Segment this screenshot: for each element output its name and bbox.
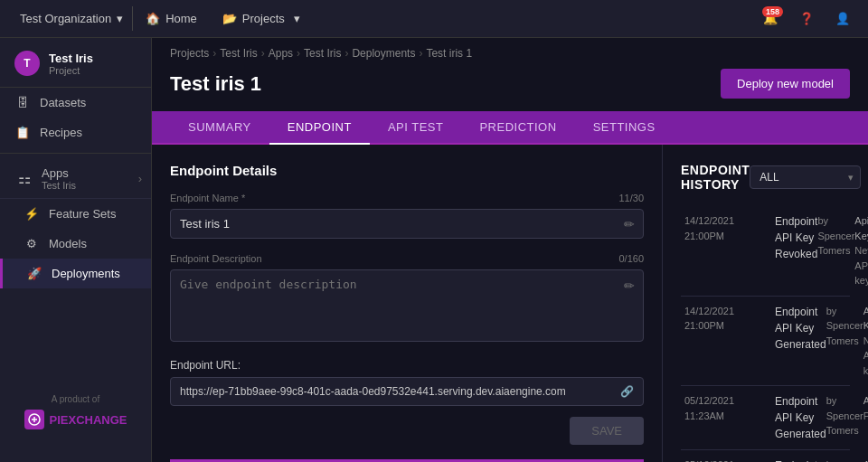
endpoint-details-title: Endpoint Details (170, 163, 644, 178)
endpoint-name-group: Endpoint Name * 11/30 ✏ (170, 193, 644, 239)
endpoint-desc-textarea[interactable] (170, 269, 644, 342)
history-row: 14/12/202121:00PM Endpoint API Key Gener… (681, 297, 850, 387)
page-header: Test iris 1 Deploy new model (152, 69, 868, 111)
notifications-button[interactable]: 🔔 158 (756, 5, 785, 33)
feature-sets-icon: ⚡ (24, 207, 40, 221)
apps-chevron-icon: › (138, 172, 142, 185)
filter-wrapper: ALL API KEY DEPLOYMENT ▾ (750, 165, 861, 189)
main-content: Projects › Test Iris › Apps › Test Iris … (152, 38, 868, 462)
sidebar-item-recipes[interactable]: 📋 Recipes (0, 118, 151, 147)
history-meta-key: Api Key (854, 213, 868, 243)
history-meta-key: Api Key (863, 457, 868, 462)
endpoint-history-header: ENDPOINT HISTORY ALL API KEY DEPLOYMENT … (681, 163, 850, 192)
endpoint-desc-group: Endpoint Description 0/160 ✏ (170, 253, 644, 344)
projects-nav-item[interactable]: 📂 Projects ▾ (210, 6, 313, 31)
endpoint-details-panel: Endpoint Details Endpoint Name * 11/30 ✏… (152, 145, 663, 462)
endpoint-url-value: https://ep-71bb9aee-99c8-401c-aada-0ed97… (180, 385, 566, 398)
endpoint-name-counter: 11/30 (618, 193, 644, 203)
endpoint-name-input[interactable] (170, 209, 644, 239)
project-icon: T (14, 51, 40, 76)
endpoint-name-label: Endpoint Name * 11/30 (170, 193, 644, 203)
history-meta-val: New API key (854, 243, 868, 288)
breadcrumb: Projects › Test Iris › Apps › Test Iris … (152, 38, 868, 69)
history-by: by SpencerTomers (826, 393, 863, 438)
brand-label: PIEXCHANGE (50, 413, 127, 427)
user-menu-button[interactable]: 👤 (828, 5, 857, 33)
sidebar-item-feature-sets[interactable]: ⚡ Feature Sets (0, 199, 151, 229)
edit-desc-icon[interactable]: ✏ (624, 278, 635, 293)
breadcrumb-sep-4: › (344, 47, 348, 60)
sidebar-apps-item[interactable]: ⚏ Apps Test Iris › (0, 159, 151, 199)
datasets-label: Datasets (40, 96, 86, 109)
tab-api-test[interactable]: API TEST (370, 111, 462, 145)
history-by: by SpencerTomers (817, 213, 854, 259)
sidebar: T Test Iris Project 🗄 Datasets 📋 Recipes… (0, 38, 152, 462)
feature-sets-label: Feature Sets (49, 207, 116, 221)
history-event: Endpoint API Key Revoked (775, 213, 817, 262)
folder-icon: 📂 (222, 12, 237, 25)
org-selector[interactable]: Test Organization ▾ (11, 6, 133, 31)
endpoint-url-label: Endpoint URL: (170, 359, 644, 372)
edit-name-icon[interactable]: ✏ (624, 217, 635, 231)
top-nav: Test Organization ▾ 🏠 Home 📂 Projects ▾ … (0, 0, 868, 38)
endpoint-desc-textarea-wrapper: ✏ (170, 269, 644, 344)
history-meta: Api Key Development (863, 457, 868, 462)
org-chevron-icon: ▾ (117, 12, 123, 25)
sidebar-item-deployments[interactable]: 🚀 Deployments (0, 259, 151, 288)
history-row: 05/12/202111:23AM Endpoint API Key Gener… (681, 386, 850, 450)
breadcrumb-projects[interactable]: Projects (170, 47, 209, 60)
tab-settings[interactable]: SETTINGS (575, 111, 674, 145)
datasets-icon: 🗄 (14, 96, 31, 109)
breadcrumb-deployments[interactable]: Deployments (352, 47, 415, 60)
history-meta: Api Key Production (863, 393, 868, 423)
models-label: Models (49, 237, 87, 250)
history-by: by SpencerTomers (826, 457, 863, 462)
history-meta-key: Api Key (863, 304, 868, 334)
history-filter-select[interactable]: ALL API KEY DEPLOYMENT (750, 165, 861, 189)
history-event: Endpoint API Key Generated (775, 393, 826, 442)
sidebar-item-models[interactable]: ⚙ Models (0, 229, 151, 259)
project-type: Project (49, 65, 137, 76)
projects-chevron-icon: ▾ (294, 12, 300, 25)
sidebar-project-header: T Test Iris Project (0, 38, 151, 88)
projects-label: Projects (242, 12, 285, 25)
sidebar-item-datasets[interactable]: 🗄 Datasets (0, 88, 151, 118)
history-row: 14/12/202121:00PM Endpoint API Key Revok… (681, 206, 850, 297)
deploy-new-model-button[interactable]: Deploy new model (721, 69, 850, 99)
breadcrumb-test-iris-1[interactable]: Test Iris (220, 47, 257, 60)
history-meta: Api Key New API key (863, 304, 868, 379)
home-label: Home (165, 12, 197, 25)
history-meta-val: New API key (863, 334, 868, 379)
piexchange-logo: PIEXCHANGE (14, 410, 137, 429)
history-by: by SpencerTomers (826, 304, 863, 349)
content-area: Endpoint Details Endpoint Name * 11/30 ✏… (152, 145, 868, 462)
endpoint-history-title: ENDPOINT HISTORY (681, 163, 750, 192)
copy-url-icon[interactable]: 🔗 (620, 385, 634, 398)
endpoint-desc-label: Endpoint Description 0/160 (170, 253, 644, 264)
breadcrumb-apps[interactable]: Apps (269, 47, 293, 60)
history-meta: Api Key New API key (854, 213, 868, 288)
org-label: Test Organization (20, 12, 111, 25)
user-icon: 👤 (835, 12, 850, 25)
models-icon: ⚙ (24, 237, 40, 250)
tab-summary[interactable]: SUMMARY (170, 111, 269, 145)
history-event: Endpoint API Key Generated (775, 457, 826, 462)
history-event: Endpoint API Key Generated (775, 304, 826, 353)
recipes-label: Recipes (40, 126, 82, 139)
tab-endpoint[interactable]: ENDPOINT (269, 111, 370, 145)
endpoint-history-panel: ENDPOINT HISTORY ALL API KEY DEPLOYMENT … (663, 145, 868, 462)
history-meta-val: Production (863, 409, 868, 424)
help-button[interactable]: ❓ (792, 5, 821, 33)
home-nav-item[interactable]: 🏠 Home (133, 6, 210, 31)
tab-prediction[interactable]: PREDICTION (461, 111, 574, 145)
history-row: 05/12/202111:23AM Endpoint API Key Gener… (681, 450, 850, 462)
endpoint-desc-counter: 0/160 (618, 253, 644, 264)
breadcrumb-sep-5: › (419, 47, 422, 60)
history-date: 05/12/202111:23AM (684, 457, 775, 462)
breadcrumb-sep-2: › (261, 47, 265, 60)
save-button[interactable]: SAVE (570, 417, 644, 445)
breadcrumb-test-iris-2[interactable]: Test Iris (304, 47, 341, 60)
apps-sublabel: Test Iris (42, 180, 135, 191)
save-btn-row: SAVE (170, 417, 644, 445)
recipes-icon: 📋 (14, 126, 31, 139)
